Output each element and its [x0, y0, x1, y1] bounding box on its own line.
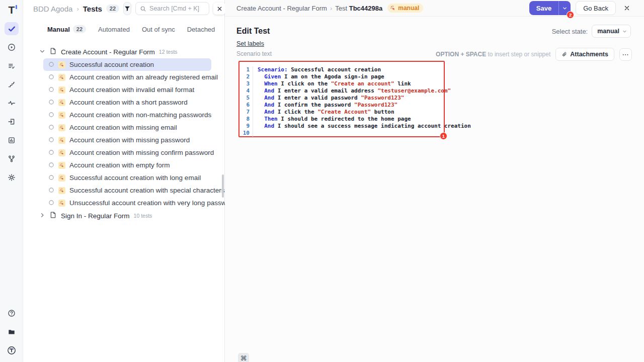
close-detail-button[interactable] — [621, 2, 633, 14]
suite-test-count: 10 tests — [134, 213, 152, 219]
test-status-circle-icon[interactable] — [48, 161, 54, 170]
editor-line[interactable]: 4 And I enter a valid email address "tes… — [239, 87, 444, 95]
line-code: And I click the "Create Account" button — [253, 109, 394, 116]
line-code — [253, 130, 258, 137]
analytics-icon — [8, 136, 16, 144]
close-icon — [216, 6, 223, 12]
test-row[interactable]: Successful account creation with special… — [43, 184, 211, 197]
rail-item-projects[interactable] — [5, 325, 19, 338]
test-row[interactable]: Account creation with missing password — [43, 134, 211, 146]
rail-item-runs[interactable] — [5, 41, 19, 54]
breadcrumb-project[interactable]: BDD Agoda — [33, 5, 72, 13]
suite-title: Create Account - Regular Form — [61, 48, 155, 56]
rail-item-settings[interactable] — [5, 171, 19, 184]
test-status-circle-icon[interactable] — [48, 85, 54, 95]
chevron-down-icon — [562, 6, 568, 11]
editor-line[interactable]: 8 Then I should be redirected to the hom… — [239, 116, 444, 123]
manual-test-icon — [58, 137, 65, 144]
rail-item-import[interactable] — [5, 115, 19, 128]
test-row[interactable]: Account creation with missing confirm pa… — [43, 146, 211, 159]
funnel-icon — [124, 5, 131, 12]
runs-icon — [8, 43, 16, 51]
search-box[interactable] — [135, 2, 209, 15]
rail-item-plans[interactable] — [5, 59, 19, 72]
chevron-down-icon[interactable] — [39, 47, 45, 56]
line-number: 1 — [239, 66, 253, 73]
tab-automated[interactable]: Automated — [98, 26, 130, 33]
test-row[interactable]: Successful account creation — [43, 58, 211, 71]
test-label: Successful account creation with long em… — [69, 174, 201, 182]
test-row[interactable]: Successful account creation with long em… — [43, 171, 211, 184]
editor-line[interactable]: 7 And I click the "Create Account" butto… — [239, 109, 444, 116]
line-number: 2 — [239, 73, 253, 80]
detail-breadcrumb-suite[interactable]: Create Account - Regular Form — [236, 5, 327, 12]
test-row[interactable]: Account creation with non-matching passw… — [43, 109, 211, 121]
editor-line[interactable]: 10 — [239, 130, 444, 137]
rail-item-branches[interactable] — [5, 152, 19, 165]
suite-row[interactable]: Sign In - Regular Form10 tests — [23, 209, 224, 222]
save-split-button: Save 2 — [529, 1, 571, 15]
set-labels-link[interactable]: Set labels — [236, 40, 264, 47]
test-status-circle-icon[interactable] — [48, 199, 54, 208]
tests-icon — [8, 25, 16, 33]
suite-row[interactable]: Create Account - Regular Form12 tests — [23, 45, 224, 58]
attachments-button[interactable]: Attachments — [555, 48, 614, 61]
test-row[interactable]: Account creation with invalid email form… — [43, 83, 211, 96]
logo-accent — [16, 5, 17, 9]
editor-line[interactable]: 1Scenario: Successful account creation — [239, 66, 444, 73]
tab-detached[interactable]: Detached — [187, 26, 215, 33]
scenario-editor[interactable]: 1Scenario: Successful account creation2 … — [238, 61, 445, 137]
save-button[interactable]: Save — [529, 1, 558, 15]
rail-item-tests[interactable] — [5, 22, 19, 35]
rail-item-activity[interactable] — [5, 97, 19, 110]
chevron-right-icon[interactable] — [39, 211, 45, 220]
scrollbar-thumb[interactable] — [222, 174, 224, 198]
test-row[interactable]: Unsuccessful account creation with very … — [43, 197, 211, 209]
test-status-circle-icon[interactable] — [48, 186, 54, 195]
tab-out-of-sync[interactable]: Out of sync — [142, 26, 175, 33]
test-status-circle-icon[interactable] — [48, 136, 54, 145]
editor-annotation-badge: 1 — [440, 132, 447, 140]
test-label: Account creation with missing password — [69, 136, 190, 144]
line-code: And I confirm the password "Password123" — [253, 102, 397, 109]
close-panel-button[interactable] — [213, 3, 225, 15]
tests-count-badge: 22 — [106, 5, 119, 13]
tab-count-badge: 22 — [73, 25, 86, 33]
test-status-circle-icon[interactable] — [48, 73, 54, 82]
test-status-circle-icon[interactable] — [48, 173, 54, 183]
test-status-circle-icon[interactable] — [48, 111, 54, 120]
test-status-circle-icon[interactable] — [48, 148, 54, 157]
suite-file-icon — [49, 47, 57, 57]
test-row[interactable]: Account creation with a short password — [43, 96, 211, 109]
editor-line[interactable]: 3 When I click on the "Create an account… — [239, 80, 444, 87]
more-options-button[interactable]: ⋯ — [619, 48, 632, 61]
rail-item-steps[interactable] — [5, 78, 19, 91]
filter-button[interactable] — [123, 2, 131, 15]
detail-breadcrumb-test: Test Tbc44298a — [335, 5, 382, 12]
test-status-circle-icon[interactable] — [48, 60, 54, 69]
rail-item-analytics[interactable] — [5, 134, 19, 147]
editor-line[interactable]: 2 Given I am on the Agoda sign-in page — [239, 73, 444, 80]
line-code: Given I am on the Agoda sign-in page — [253, 73, 384, 80]
app-logo[interactable]: T — [0, 2, 23, 17]
tab-manual[interactable]: Manual22 — [47, 25, 86, 33]
state-dropdown[interactable]: manual — [592, 25, 631, 38]
manual-state-badge: manual — [387, 4, 423, 13]
search-input[interactable] — [149, 5, 205, 12]
go-back-button[interactable]: Go Back — [576, 1, 616, 15]
test-status-circle-icon[interactable] — [48, 123, 54, 132]
editor-line[interactable]: 9 And I should see a success message ind… — [239, 123, 444, 130]
rail-item-about[interactable] — [5, 344, 19, 357]
branches-icon — [8, 155, 16, 163]
test-row[interactable]: Account creation with an already registe… — [43, 71, 211, 83]
test-status-circle-icon[interactable] — [48, 98, 54, 107]
line-code: When I click on the "Create an account" … — [253, 80, 411, 87]
test-row[interactable]: Account creation with missing email — [43, 121, 211, 134]
editor-line[interactable]: 6 And I confirm the password "Password12… — [239, 102, 444, 109]
settings-icon — [8, 173, 16, 182]
tab-label: Automated — [98, 26, 130, 33]
rail-item-help[interactable] — [5, 307, 19, 320]
line-number: 6 — [239, 102, 253, 109]
test-row[interactable]: Account creation with empty form — [43, 159, 211, 171]
editor-line[interactable]: 5 And I enter a valid password "Password… — [239, 95, 444, 102]
